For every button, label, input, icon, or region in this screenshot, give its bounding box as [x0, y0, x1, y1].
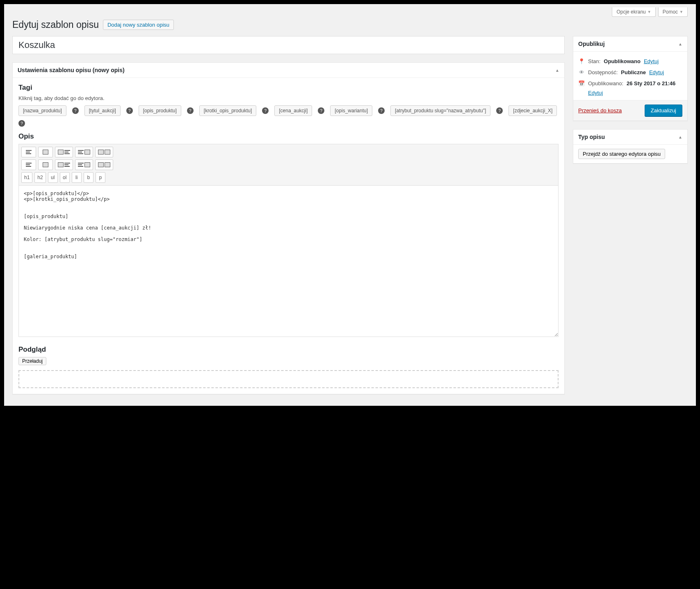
app-root: Opcje ekranu▼ Pomoc▼ Edytuj szablon opis… [4, 4, 696, 406]
side-column: Opublikuj ▲ 📍 Stan: Opublikowano Edytuj … [573, 36, 688, 164]
publish-body: 📍 Stan: Opublikowano Edytuj 👁 Dostępność… [573, 52, 687, 100]
settings-postbox: Ustawienia szablonu opisu (nowy opis) ▲ … [12, 62, 565, 394]
title-input[interactable] [12, 36, 565, 54]
layout-text-image-button[interactable] [75, 159, 93, 170]
visibility-label: Dostępność: [588, 69, 618, 75]
help-tab[interactable]: Pomoc▼ [658, 7, 688, 17]
visibility-value: Publiczne [621, 69, 646, 75]
format-h1-button[interactable]: h1 [21, 172, 32, 183]
editor-textarea[interactable] [18, 185, 559, 337]
switch-editor-button[interactable]: Przejdź do starego edytora opisu [578, 149, 665, 159]
publish-actions: Przenieś do kosza Zaktualizuj [573, 100, 687, 121]
settings-postbox-title: Ustawienia szablonu opisu (nowy opis) [18, 67, 125, 73]
format-ol-button[interactable]: ol [60, 172, 70, 183]
format-b-button[interactable]: b [84, 172, 93, 183]
help-icon[interactable]: ? [18, 120, 25, 127]
help-icon[interactable]: ? [126, 107, 133, 114]
edit-status-link[interactable]: Edytuj [644, 58, 659, 64]
format-li-button[interactable]: li [72, 172, 82, 183]
type-header: Typ opisu ▲ [573, 130, 687, 145]
edit-visibility-link[interactable]: Edytuj [649, 69, 664, 75]
collapse-icon[interactable]: ▲ [678, 42, 682, 46]
edit-date-link[interactable]: Edytuj [588, 90, 603, 96]
toolbar-row-layout-1 [21, 147, 556, 157]
collapse-icon[interactable]: ▲ [678, 135, 682, 139]
help-label: Pomoc [663, 9, 678, 15]
calendar-icon: 📅 [578, 80, 585, 86]
collapse-icon[interactable]: ▲ [555, 68, 559, 73]
columns: Ustawienia szablonu opisu (nowy opis) ▲ … [12, 36, 688, 394]
page-title: Edytuj szablon opisu [12, 19, 99, 30]
type-body: Przejdź do starego edytora opisu [573, 145, 687, 163]
publish-status-row: 📍 Stan: Opublikowano Edytuj [578, 56, 682, 67]
status-value: Opublikowano [604, 58, 641, 64]
tag-button[interactable]: [opis_wariantu] [330, 105, 372, 116]
tag-button[interactable]: [cena_aukcji] [274, 105, 312, 116]
update-button[interactable]: Zaktualizuj [645, 105, 682, 116]
pin-icon: 📍 [578, 58, 585, 64]
layout-text-only-button[interactable] [21, 159, 36, 170]
screen-options-label: Opcje ekranu [616, 9, 645, 15]
add-new-button[interactable]: Dodaj nowy szablon opisu [103, 20, 174, 30]
tag-button[interactable]: [zdjecie_aukcji_X] [508, 105, 557, 116]
tags-hint: Kliknij tag, aby dodać go do edytora. [18, 95, 559, 101]
format-p-button[interactable]: p [96, 172, 105, 183]
tag-button[interactable]: [atrybut_produktu slug="nazwa_atrybutu"] [390, 105, 490, 116]
tag-button[interactable]: [krotki_opis_produktu] [199, 105, 256, 116]
help-icon[interactable]: ? [72, 107, 79, 114]
publish-header: Opublikuj ▲ [573, 36, 687, 52]
publish-title: Opublikuj [578, 41, 605, 47]
editor-toolbar: h1h2ulollibp [18, 144, 559, 185]
type-postbox: Typ opisu ▲ Przejdź do starego edytora o… [573, 129, 688, 164]
layout-image-only-button[interactable] [38, 159, 53, 170]
publish-date-row: 📅 Opublikowano: 26 Sty 2017 o 21:46 Edyt… [578, 78, 682, 98]
preview-heading: Podgląd [18, 346, 559, 354]
publish-postbox: Opublikuj ▲ 📍 Stan: Opublikowano Edytuj … [573, 36, 688, 121]
tags-heading: Tagi [18, 84, 559, 92]
desc-heading: Opis [18, 132, 559, 141]
help-icon[interactable]: ? [318, 107, 324, 114]
layout-image-text-button[interactable] [55, 147, 73, 157]
layout-image-image-button[interactable] [95, 147, 113, 157]
help-icon[interactable]: ? [496, 107, 503, 114]
heading-row: Edytuj szablon opisu Dodaj nowy szablon … [12, 19, 688, 30]
format-h2-button[interactable]: h2 [34, 172, 46, 183]
chevron-down-icon: ▼ [648, 10, 651, 14]
published-value: 26 Sty 2017 o 21:46 [627, 80, 675, 86]
status-label: Stan: [588, 58, 600, 64]
help-icon[interactable]: ? [262, 107, 269, 114]
layout-image-only-button[interactable] [38, 147, 53, 157]
chevron-down-icon: ▼ [679, 10, 683, 14]
layout-text-image-button[interactable] [75, 147, 93, 157]
help-icon[interactable]: ? [378, 107, 385, 114]
toolbar-row-layout-2 [21, 159, 556, 170]
published-label: Opublikowano: [588, 80, 623, 86]
tags-row: [nazwa_produktu]?[tytul_aukcji]?[opis_pr… [18, 105, 559, 127]
top-tabs: Opcje ekranu▼ Pomoc▼ [12, 4, 688, 17]
screen-options-tab[interactable]: Opcje ekranu▼ [612, 7, 655, 17]
reload-button[interactable]: Przeładuj [18, 357, 46, 365]
toolbar-row-text: h1h2ulollibp [21, 172, 556, 183]
trash-link[interactable]: Przenieś do kosza [578, 107, 622, 114]
main-column: Ustawienia szablonu opisu (nowy opis) ▲ … [12, 36, 565, 394]
tag-button[interactable]: [nazwa_produktu] [18, 105, 66, 116]
tag-button[interactable]: [tytul_aukcji] [84, 105, 121, 116]
type-title: Typ opisu [578, 134, 605, 140]
layout-text-only-button[interactable] [21, 147, 36, 157]
publish-visibility-row: 👁 Dostępność: Publiczne Edytuj [578, 67, 682, 78]
layout-image-image-button[interactable] [95, 159, 113, 170]
tag-button[interactable]: [opis_produktu] [139, 105, 181, 116]
eye-icon: 👁 [578, 69, 585, 75]
settings-postbox-header: Ustawienia szablonu opisu (nowy opis) ▲ [13, 63, 564, 78]
help-icon[interactable]: ? [187, 107, 194, 114]
layout-image-text-button[interactable] [55, 159, 73, 170]
format-ul-button[interactable]: ul [48, 172, 58, 183]
preview-box [18, 370, 559, 388]
settings-postbox-body: Tagi Kliknij tag, aby dodać go do edytor… [13, 78, 564, 394]
